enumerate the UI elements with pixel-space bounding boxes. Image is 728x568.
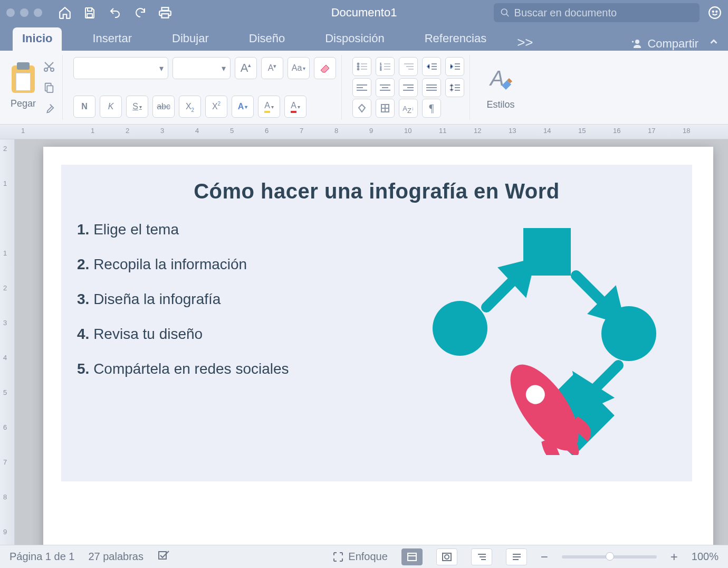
ruler-horizontal[interactable]: /* numbers placed via JS below using rul… [0,125,728,139]
traffic-zoom[interactable] [34,8,42,17]
web-layout-view-button[interactable] [436,548,457,565]
numbering-button[interactable]: 123 [376,57,395,76]
sort-button[interactable]: AZ↓ [399,99,418,118]
zoom-in-button[interactable]: + [670,550,678,564]
share-button[interactable]: Compartir [629,37,698,51]
paste-button[interactable]: Pegar [11,65,36,109]
increase-indent-button[interactable] [445,57,464,76]
cut-icon[interactable] [41,59,57,74]
bullets-button[interactable] [352,57,371,76]
zoom-level[interactable]: 100% [692,551,719,563]
format-painter-icon[interactable] [41,101,57,117]
subscript-button[interactable]: X2 [179,96,201,118]
svg-rect-67 [408,553,416,561]
tab-referencias[interactable]: Referencias [415,27,496,51]
infographic-box: Cómo hacer una infografía en Word 1. Eli… [61,165,692,481]
zoom-out-button[interactable]: − [541,550,548,564]
svg-rect-0 [88,8,92,11]
svg-point-6 [709,7,721,18]
tab-diseno[interactable]: Diseño [240,27,294,51]
bold-button[interactable]: N [73,96,95,118]
font-group: ▾ ▾ A▴ A▾ Aa▾ N K S▾ abc X2 X2 A▾ A▾ A▾ [68,55,342,120]
collapse-ribbon-icon[interactable] [708,36,720,51]
outline-view-button[interactable] [471,548,492,565]
traffic-close[interactable] [6,8,15,17]
document-canvas[interactable]: Cómo hacer una infografía en Word 1. Eli… [15,139,728,545]
font-color-button[interactable]: A▾ [284,96,306,118]
svg-text:3: 3 [380,68,382,71]
svg-point-17 [357,65,359,68]
decrease-font-button[interactable]: A▾ [261,57,283,79]
shading-button[interactable] [352,99,371,118]
share-person-icon [629,37,642,50]
focus-icon [332,551,344,563]
justify-button[interactable] [422,78,441,97]
search-input[interactable] [514,7,693,19]
tab-dibujar[interactable]: Dibujar [162,27,218,51]
increase-font-button[interactable]: A▴ [235,57,257,79]
align-left-button[interactable] [352,78,371,97]
print-layout-view-button[interactable] [401,548,423,565]
traffic-minimize[interactable] [20,8,28,17]
svg-rect-1 [87,14,92,17]
superscript-button[interactable]: X2 [205,96,227,118]
line-spacing-button[interactable] [445,78,464,97]
ruler-vertical[interactable]: 21123456789 [0,139,15,545]
font-size-dropdown[interactable]: ▾ [173,57,231,79]
show-marks-button[interactable]: ¶ [422,99,441,118]
draft-view-button[interactable] [506,548,527,565]
decrease-indent-button[interactable] [422,57,441,76]
redo-icon[interactable] [134,6,147,19]
document-title: Documento1 [331,6,397,20]
tab-inicio[interactable]: Inicio [13,27,62,51]
underline-button[interactable]: S▾ [126,96,148,118]
text-effects-button[interactable]: A▾ [232,96,254,118]
svg-rect-3 [162,14,169,18]
window-controls[interactable] [6,8,42,17]
tab-insertar[interactable]: Insertar [83,27,141,51]
focus-mode-button[interactable]: Enfoque [332,551,388,563]
tabs-more-icon[interactable]: >> [517,34,533,51]
svg-point-15 [357,63,359,65]
titlebar: Documento1 [0,0,728,25]
status-bar: Página 1 de 1 27 palabras Enfoque − + 10… [0,545,728,568]
svg-line-5 [506,14,509,16]
copy-icon[interactable] [41,80,57,96]
paragraph-group: 123 AZ↓ ¶ [347,55,470,120]
search-box[interactable] [494,3,700,22]
change-case-button[interactable]: Aa▾ [288,57,310,79]
paste-label: Pegar [11,98,36,109]
smile-icon[interactable] [708,6,722,20]
page-indicator[interactable]: Página 1 de 1 [9,551,74,563]
align-right-button[interactable] [399,78,418,97]
font-family-dropdown[interactable]: ▾ [73,57,168,79]
styles-icon: A [486,64,515,94]
spellcheck-icon[interactable] [157,550,171,564]
clear-formatting-button[interactable] [314,57,336,79]
svg-point-7 [713,11,714,12]
undo-icon[interactable] [108,6,122,19]
svg-point-56 [433,301,487,356]
save-icon[interactable] [83,6,96,19]
svg-point-8 [716,11,717,12]
word-count[interactable]: 27 palabras [88,551,143,563]
svg-point-70 [445,555,449,559]
highlight-button[interactable]: A▾ [258,96,280,118]
search-icon [500,7,510,18]
zoom-slider[interactable] [562,555,657,558]
italic-button[interactable]: K [100,96,122,118]
strikethrough-button[interactable]: abc [152,96,175,118]
svg-point-9 [635,40,639,44]
print-icon[interactable] [158,6,172,20]
home-icon[interactable] [58,6,72,20]
svg-rect-14 [47,86,53,92]
styles-group[interactable]: A Estilos [475,55,526,120]
share-label: Compartir [647,37,698,51]
align-center-button[interactable] [376,78,395,97]
clipboard-icon [12,65,35,93]
ribbon: Pegar ▾ ▾ A▴ A▾ Aa▾ N K S▾ abc X2 X2 A▾ … [0,51,728,125]
infographic-title: Cómo hacer una infografía en Word [77,179,676,203]
multilevel-list-button[interactable] [399,57,418,76]
tab-disposicion[interactable]: Disposición [315,27,394,51]
borders-button[interactable] [376,99,395,118]
